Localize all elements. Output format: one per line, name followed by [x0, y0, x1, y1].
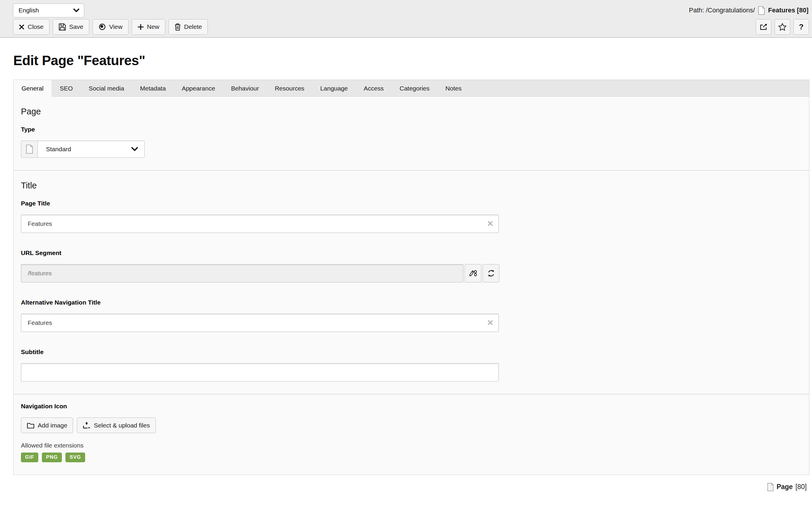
field-page-title: Page Title ✕	[21, 200, 802, 233]
alt-nav-title-label: Alternative Navigation Title	[21, 299, 802, 306]
select-upload-files-button[interactable]: Select & upload files	[77, 417, 155, 433]
page-title-label: Page Title	[21, 200, 802, 207]
tab-bar: General SEO Social media Metadata Appear…	[14, 80, 809, 97]
trash-icon	[174, 23, 181, 31]
chevron-down-icon	[131, 147, 138, 151]
page-icon	[767, 483, 774, 491]
language-select-value: English	[19, 7, 39, 14]
page-icon	[758, 6, 765, 15]
select-upload-files-label: Select & upload files	[94, 422, 150, 429]
help-button[interactable]: ?	[793, 19, 809, 35]
record-title: Features [80]	[768, 6, 809, 14]
clear-icon[interactable]: ✕	[487, 319, 493, 327]
view-button[interactable]: View	[93, 19, 129, 35]
plus-icon	[137, 24, 144, 30]
edit-form-panel: General SEO Social media Metadata Appear…	[13, 79, 809, 475]
section-title: Title Page Title ✕ URL Segment	[14, 170, 809, 394]
close-button[interactable]: Close	[13, 19, 50, 35]
section-navigation-icon: Navigation Icon Add image Select & uploa…	[14, 394, 809, 475]
delete-label: Delete	[184, 23, 202, 30]
tab-categories[interactable]: Categories	[392, 80, 437, 96]
url-segment-input[interactable]	[21, 264, 464, 283]
edit-url-segment-button[interactable]	[465, 264, 481, 283]
page-type-select[interactable]: Standard	[38, 141, 145, 158]
navigation-icon-label: Navigation Icon	[21, 403, 802, 410]
page-heading: Edit Page "Features"	[13, 53, 812, 68]
recalculate-url-segment-button[interactable]	[483, 264, 499, 283]
help-icon: ?	[799, 22, 804, 32]
save-icon	[59, 23, 66, 31]
clear-icon[interactable]: ✕	[487, 220, 493, 228]
eye-icon	[98, 23, 106, 30]
star-icon	[778, 23, 786, 31]
record-uid: [80]	[795, 483, 807, 491]
tab-social-media[interactable]: Social media	[81, 80, 132, 96]
folder-icon	[27, 422, 35, 429]
breadcrumb: Path: /Congratulations/ Features [80]	[689, 6, 809, 15]
add-image-label: Add image	[38, 422, 67, 429]
tab-language[interactable]: Language	[312, 80, 356, 96]
subtitle-label: Subtitle	[21, 348, 802, 356]
tab-metadata[interactable]: Metadata	[132, 80, 174, 96]
new-button[interactable]: New	[132, 19, 165, 35]
tab-notes[interactable]: Notes	[437, 80, 470, 96]
open-in-new-window-button[interactable]	[756, 19, 771, 35]
path-label: Path: /Congratulations/	[689, 6, 755, 14]
view-label: View	[109, 23, 122, 30]
type-label: Type	[21, 126, 802, 133]
extension-badge-gif: GIF	[21, 453, 38, 462]
page-type-value: Standard	[46, 146, 71, 153]
record-footer: Page [80]	[0, 483, 807, 491]
field-subtitle: Subtitle	[21, 348, 802, 381]
section-page: Page Type Standard	[14, 97, 809, 170]
new-label: New	[147, 23, 159, 30]
close-label: Close	[28, 23, 44, 30]
record-type: Page	[777, 483, 793, 491]
close-icon	[19, 24, 24, 30]
field-alt-nav-title: Alternative Navigation Title ✕	[21, 299, 802, 332]
section-title-header: Title	[21, 181, 802, 191]
section-page-header: Page	[21, 107, 802, 116]
tab-seo[interactable]: SEO	[52, 80, 81, 96]
tab-appearance[interactable]: Appearance	[174, 80, 223, 96]
language-select[interactable]: English	[13, 3, 84, 17]
external-link-icon	[760, 23, 768, 30]
save-label: Save	[69, 23, 83, 30]
doc-header: English Path: /Congratulations/ Features…	[0, 0, 812, 38]
alt-nav-title-input[interactable]	[21, 314, 499, 332]
field-url-segment: URL Segment	[21, 249, 802, 283]
extension-badge-png: PNG	[42, 453, 62, 462]
page-type-icon-box	[21, 141, 38, 158]
tab-resources[interactable]: Resources	[267, 80, 312, 96]
tab-general[interactable]: General	[14, 80, 52, 97]
url-segment-label: URL Segment	[21, 249, 802, 256]
upload-icon	[83, 421, 91, 429]
refresh-icon	[487, 269, 495, 277]
chevron-down-icon	[73, 8, 79, 12]
tab-behaviour[interactable]: Behaviour	[223, 80, 267, 96]
edit-slug-icon	[469, 269, 477, 277]
add-image-button[interactable]: Add image	[21, 417, 73, 433]
tab-access[interactable]: Access	[356, 80, 392, 96]
extension-badge-svg: SVG	[65, 453, 85, 462]
save-button[interactable]: Save	[53, 19, 89, 35]
page-title-input[interactable]	[21, 215, 499, 233]
bookmark-button[interactable]	[775, 19, 790, 35]
allowed-extensions-label: Allowed file extensions	[21, 442, 802, 449]
delete-button[interactable]: Delete	[169, 19, 208, 35]
subtitle-input[interactable]	[21, 363, 499, 381]
page-icon	[26, 144, 33, 154]
